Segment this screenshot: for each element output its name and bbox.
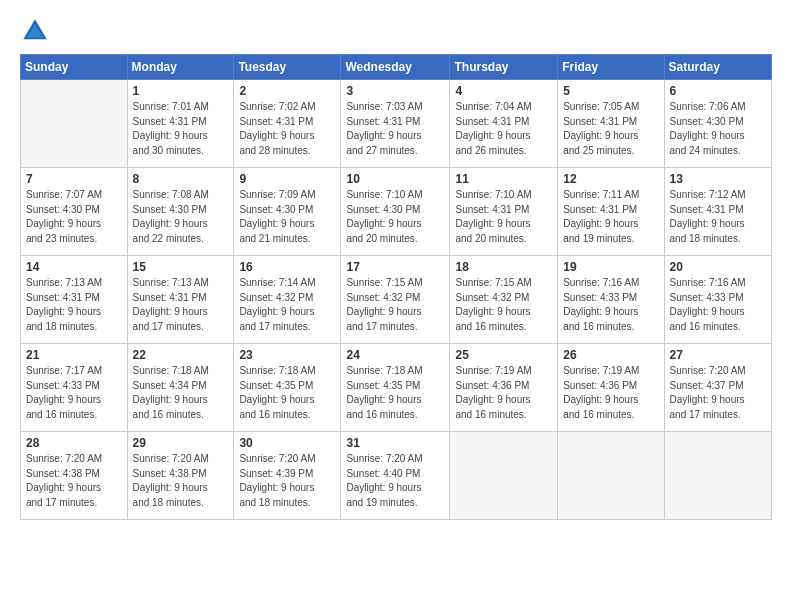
calendar-cell: 25Sunrise: 7:19 AMSunset: 4:36 PMDayligh… [450, 344, 558, 432]
day-number: 22 [133, 348, 229, 362]
calendar-cell [21, 80, 128, 168]
day-info: Sunrise: 7:20 AMSunset: 4:37 PMDaylight:… [670, 364, 766, 422]
day-info: Sunrise: 7:02 AMSunset: 4:31 PMDaylight:… [239, 100, 335, 158]
day-number: 27 [670, 348, 766, 362]
day-number: 28 [26, 436, 122, 450]
day-number: 29 [133, 436, 229, 450]
day-number: 21 [26, 348, 122, 362]
day-number: 6 [670, 84, 766, 98]
day-info: Sunrise: 7:11 AMSunset: 4:31 PMDaylight:… [563, 188, 658, 246]
day-info: Sunrise: 7:10 AMSunset: 4:30 PMDaylight:… [346, 188, 444, 246]
calendar-cell: 31Sunrise: 7:20 AMSunset: 4:40 PMDayligh… [341, 432, 450, 520]
calendar-cell [558, 432, 664, 520]
day-info: Sunrise: 7:19 AMSunset: 4:36 PMDaylight:… [455, 364, 552, 422]
day-info: Sunrise: 7:19 AMSunset: 4:36 PMDaylight:… [563, 364, 658, 422]
day-number: 8 [133, 172, 229, 186]
day-number: 23 [239, 348, 335, 362]
calendar-cell: 20Sunrise: 7:16 AMSunset: 4:33 PMDayligh… [664, 256, 771, 344]
day-info: Sunrise: 7:12 AMSunset: 4:31 PMDaylight:… [670, 188, 766, 246]
calendar-cell: 23Sunrise: 7:18 AMSunset: 4:35 PMDayligh… [234, 344, 341, 432]
calendar-cell: 10Sunrise: 7:10 AMSunset: 4:30 PMDayligh… [341, 168, 450, 256]
calendar-week-2: 7Sunrise: 7:07 AMSunset: 4:30 PMDaylight… [21, 168, 772, 256]
day-number: 3 [346, 84, 444, 98]
day-number: 30 [239, 436, 335, 450]
day-number: 19 [563, 260, 658, 274]
calendar-cell: 16Sunrise: 7:14 AMSunset: 4:32 PMDayligh… [234, 256, 341, 344]
day-number: 2 [239, 84, 335, 98]
day-header-tuesday: Tuesday [234, 55, 341, 80]
day-number: 15 [133, 260, 229, 274]
day-info: Sunrise: 7:15 AMSunset: 4:32 PMDaylight:… [346, 276, 444, 334]
day-info: Sunrise: 7:13 AMSunset: 4:31 PMDaylight:… [133, 276, 229, 334]
header [20, 16, 772, 46]
calendar-cell [664, 432, 771, 520]
calendar: SundayMondayTuesdayWednesdayThursdayFrid… [20, 54, 772, 520]
calendar-cell: 9Sunrise: 7:09 AMSunset: 4:30 PMDaylight… [234, 168, 341, 256]
calendar-cell: 19Sunrise: 7:16 AMSunset: 4:33 PMDayligh… [558, 256, 664, 344]
day-info: Sunrise: 7:08 AMSunset: 4:30 PMDaylight:… [133, 188, 229, 246]
page: SundayMondayTuesdayWednesdayThursdayFrid… [0, 0, 792, 612]
calendar-header-row: SundayMondayTuesdayWednesdayThursdayFrid… [21, 55, 772, 80]
day-info: Sunrise: 7:07 AMSunset: 4:30 PMDaylight:… [26, 188, 122, 246]
day-number: 1 [133, 84, 229, 98]
day-number: 12 [563, 172, 658, 186]
calendar-cell: 30Sunrise: 7:20 AMSunset: 4:39 PMDayligh… [234, 432, 341, 520]
day-info: Sunrise: 7:15 AMSunset: 4:32 PMDaylight:… [455, 276, 552, 334]
calendar-cell: 27Sunrise: 7:20 AMSunset: 4:37 PMDayligh… [664, 344, 771, 432]
day-info: Sunrise: 7:05 AMSunset: 4:31 PMDaylight:… [563, 100, 658, 158]
calendar-cell: 6Sunrise: 7:06 AMSunset: 4:30 PMDaylight… [664, 80, 771, 168]
day-info: Sunrise: 7:20 AMSunset: 4:38 PMDaylight:… [133, 452, 229, 510]
day-info: Sunrise: 7:06 AMSunset: 4:30 PMDaylight:… [670, 100, 766, 158]
logo-icon [20, 16, 50, 46]
calendar-cell: 12Sunrise: 7:11 AMSunset: 4:31 PMDayligh… [558, 168, 664, 256]
day-number: 13 [670, 172, 766, 186]
day-number: 9 [239, 172, 335, 186]
day-info: Sunrise: 7:20 AMSunset: 4:40 PMDaylight:… [346, 452, 444, 510]
day-header-wednesday: Wednesday [341, 55, 450, 80]
day-number: 16 [239, 260, 335, 274]
calendar-week-3: 14Sunrise: 7:13 AMSunset: 4:31 PMDayligh… [21, 256, 772, 344]
day-number: 17 [346, 260, 444, 274]
calendar-cell: 4Sunrise: 7:04 AMSunset: 4:31 PMDaylight… [450, 80, 558, 168]
day-number: 7 [26, 172, 122, 186]
calendar-cell: 26Sunrise: 7:19 AMSunset: 4:36 PMDayligh… [558, 344, 664, 432]
day-number: 18 [455, 260, 552, 274]
day-number: 5 [563, 84, 658, 98]
calendar-cell: 15Sunrise: 7:13 AMSunset: 4:31 PMDayligh… [127, 256, 234, 344]
calendar-cell: 1Sunrise: 7:01 AMSunset: 4:31 PMDaylight… [127, 80, 234, 168]
calendar-cell: 11Sunrise: 7:10 AMSunset: 4:31 PMDayligh… [450, 168, 558, 256]
calendar-week-1: 1Sunrise: 7:01 AMSunset: 4:31 PMDaylight… [21, 80, 772, 168]
day-number: 10 [346, 172, 444, 186]
day-number: 20 [670, 260, 766, 274]
calendar-cell: 14Sunrise: 7:13 AMSunset: 4:31 PMDayligh… [21, 256, 128, 344]
day-header-thursday: Thursday [450, 55, 558, 80]
day-number: 31 [346, 436, 444, 450]
day-info: Sunrise: 7:01 AMSunset: 4:31 PMDaylight:… [133, 100, 229, 158]
day-info: Sunrise: 7:16 AMSunset: 4:33 PMDaylight:… [563, 276, 658, 334]
calendar-cell: 28Sunrise: 7:20 AMSunset: 4:38 PMDayligh… [21, 432, 128, 520]
day-info: Sunrise: 7:03 AMSunset: 4:31 PMDaylight:… [346, 100, 444, 158]
calendar-cell: 21Sunrise: 7:17 AMSunset: 4:33 PMDayligh… [21, 344, 128, 432]
calendar-cell: 13Sunrise: 7:12 AMSunset: 4:31 PMDayligh… [664, 168, 771, 256]
logo [20, 16, 54, 46]
day-info: Sunrise: 7:10 AMSunset: 4:31 PMDaylight:… [455, 188, 552, 246]
day-info: Sunrise: 7:16 AMSunset: 4:33 PMDaylight:… [670, 276, 766, 334]
day-number: 14 [26, 260, 122, 274]
calendar-cell: 7Sunrise: 7:07 AMSunset: 4:30 PMDaylight… [21, 168, 128, 256]
day-header-sunday: Sunday [21, 55, 128, 80]
day-info: Sunrise: 7:20 AMSunset: 4:38 PMDaylight:… [26, 452, 122, 510]
calendar-cell: 3Sunrise: 7:03 AMSunset: 4:31 PMDaylight… [341, 80, 450, 168]
day-number: 4 [455, 84, 552, 98]
day-info: Sunrise: 7:18 AMSunset: 4:35 PMDaylight:… [239, 364, 335, 422]
day-header-saturday: Saturday [664, 55, 771, 80]
day-info: Sunrise: 7:18 AMSunset: 4:35 PMDaylight:… [346, 364, 444, 422]
calendar-cell [450, 432, 558, 520]
day-number: 24 [346, 348, 444, 362]
calendar-week-5: 28Sunrise: 7:20 AMSunset: 4:38 PMDayligh… [21, 432, 772, 520]
day-info: Sunrise: 7:04 AMSunset: 4:31 PMDaylight:… [455, 100, 552, 158]
calendar-cell: 5Sunrise: 7:05 AMSunset: 4:31 PMDaylight… [558, 80, 664, 168]
calendar-week-4: 21Sunrise: 7:17 AMSunset: 4:33 PMDayligh… [21, 344, 772, 432]
day-info: Sunrise: 7:20 AMSunset: 4:39 PMDaylight:… [239, 452, 335, 510]
day-number: 25 [455, 348, 552, 362]
day-info: Sunrise: 7:14 AMSunset: 4:32 PMDaylight:… [239, 276, 335, 334]
